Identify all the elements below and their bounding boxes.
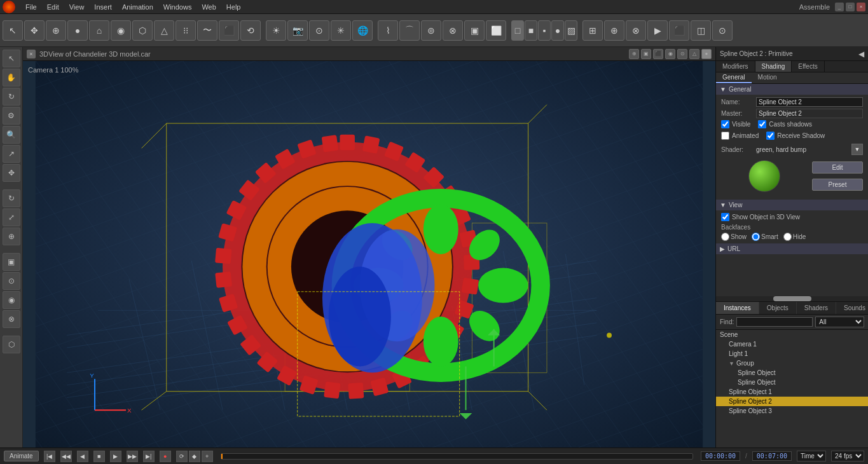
preset-btn[interactable]: Preset: [812, 179, 863, 191]
lt-morph[interactable]: ⬡: [3, 336, 20, 353]
resize-handle[interactable]: [716, 296, 868, 301]
tool-particle[interactable]: ✳: [331, 20, 351, 41]
find-filter[interactable]: All: [815, 317, 864, 327]
transport-prev[interactable]: ◀◀: [60, 451, 72, 462]
lt-rotate-cam[interactable]: ↻: [3, 88, 20, 106]
close-btn[interactable]: ×: [857, 3, 865, 11]
radio-show-input[interactable]: [721, 233, 729, 241]
tool-portal[interactable]: ⬜: [486, 20, 506, 41]
tool-shape[interactable]: ⬡: [132, 20, 153, 41]
visible-checkbox[interactable]: [721, 120, 729, 128]
tree-item[interactable]: Spline Object: [716, 368, 868, 378]
tool-select[interactable]: ↖: [3, 20, 23, 41]
menu-windows[interactable]: Windows: [158, 2, 197, 12]
view-tex[interactable]: ▨: [565, 20, 577, 41]
lt-arrow[interactable]: ↗: [3, 145, 20, 163]
section-view-header[interactable]: ▼ View: [716, 200, 868, 210]
minimize-btn[interactable]: _: [835, 3, 844, 11]
view-shade[interactable]: ▪: [538, 20, 551, 41]
section-url-header[interactable]: ▶ URL: [716, 243, 868, 254]
subtab-general[interactable]: General: [716, 72, 752, 83]
tool-magnet[interactable]: ⊚: [421, 20, 441, 41]
tool-bend[interactable]: ⌒: [399, 20, 420, 41]
lt-move[interactable]: ✥: [3, 164, 20, 182]
keyframe-btn[interactable]: ◆: [189, 451, 200, 462]
tool-path[interactable]: 〜: [197, 20, 217, 41]
lt-group[interactable]: ▣: [3, 253, 20, 271]
lt-transform[interactable]: ⊕: [3, 228, 20, 245]
shader-dropdown[interactable]: ▼: [851, 144, 863, 155]
animated-checkbox[interactable]: [721, 132, 729, 140]
name-input[interactable]: [756, 97, 863, 107]
vp-icon5[interactable]: ⊙: [677, 49, 687, 59]
tool-camera[interactable]: 📷: [287, 20, 308, 41]
lt-hand[interactable]: ✋: [3, 69, 20, 86]
timeline-scrubber[interactable]: [221, 453, 693, 460]
prop-expand-btn[interactable]: ◀: [858, 50, 864, 58]
tab-sounds[interactable]: Sounds: [836, 302, 868, 314]
tab-instances[interactable]: Instances: [716, 302, 759, 314]
env-btn[interactable]: ◫: [691, 20, 711, 41]
tree-item[interactable]: Camera 1: [716, 339, 868, 349]
tool-move[interactable]: ✥: [24, 20, 45, 41]
lt-rotate[interactable]: ↻: [3, 189, 20, 207]
radio-show[interactable]: Show: [721, 233, 747, 241]
tool-deform[interactable]: ⌇: [378, 20, 398, 41]
animate-btn[interactable]: Animate: [4, 451, 39, 461]
menu-animation[interactable]: Animation: [117, 2, 158, 12]
radio-smart-input[interactable]: [752, 233, 760, 241]
view-wire[interactable]: □: [511, 20, 524, 41]
tool-transform[interactable]: ⊕: [46, 20, 66, 41]
vp-icon1[interactable]: ⊕: [629, 49, 639, 59]
tool-globe[interactable]: ◉: [111, 20, 131, 41]
time-mode-select[interactable]: Time: [797, 451, 826, 461]
transport-start[interactable]: |◀: [44, 451, 55, 462]
tool-group[interactable]: ▣: [464, 20, 485, 41]
tool-sphere[interactable]: ●: [67, 20, 88, 41]
tree-item[interactable]: Spline Object 3: [716, 406, 868, 416]
radio-hide-input[interactable]: [783, 233, 792, 241]
axis-tool[interactable]: ⊕: [604, 20, 624, 41]
menu-view[interactable]: View: [64, 2, 90, 12]
tool-dots[interactable]: ⁝⁝: [176, 20, 196, 41]
tree-item[interactable]: Light 1: [716, 349, 868, 358]
menu-help[interactable]: Help: [221, 2, 246, 12]
tool-target[interactable]: ⊙: [309, 20, 329, 41]
lt-settings[interactable]: ⚙: [3, 107, 20, 125]
transport-back[interactable]: ◀: [77, 451, 88, 462]
vp-icon4[interactable]: ◉: [665, 49, 675, 59]
viewport-canvas[interactable]: Camera 1 100%: [23, 61, 715, 447]
tool-env[interactable]: 🌐: [352, 20, 373, 41]
vp-icon3[interactable]: ⬛: [653, 49, 663, 59]
radio-hide[interactable]: Hide: [783, 233, 806, 241]
vp-icon7[interactable]: ●: [701, 49, 712, 59]
tab-shaders[interactable]: Shaders: [797, 302, 836, 314]
tree-item[interactable]: Scene: [716, 330, 868, 339]
tool-bool[interactable]: ⊗: [443, 20, 463, 41]
scene-btn[interactable]: ⬛: [669, 20, 689, 41]
casts-shadows-checkbox[interactable]: [758, 120, 766, 128]
axis2-tool[interactable]: ⊗: [626, 20, 646, 41]
vp-icon6[interactable]: △: [689, 49, 699, 59]
tool-light[interactable]: ☀: [266, 20, 286, 41]
lt-obj1[interactable]: ⊙: [3, 272, 20, 290]
lt-obj2[interactable]: ◉: [3, 291, 20, 309]
transport-record[interactable]: ●: [160, 451, 171, 462]
tab-objects[interactable]: Objects: [759, 302, 797, 314]
loop-btn[interactable]: ⟳: [176, 451, 188, 462]
lt-zoom[interactable]: 🔍: [3, 126, 20, 144]
render-btn[interactable]: ▶: [647, 20, 668, 41]
radio-smart[interactable]: Smart: [752, 233, 778, 241]
tree-item[interactable]: Spline Object 2: [716, 397, 868, 406]
tree-item[interactable]: Spline Object: [716, 378, 868, 387]
addkey-btn[interactable]: +: [202, 451, 213, 462]
menu-file[interactable]: File: [20, 2, 42, 12]
receive-shadow-checkbox[interactable]: [766, 132, 775, 140]
lt-scale[interactable]: ⤢: [3, 208, 20, 226]
view-render[interactable]: ●: [551, 20, 564, 41]
globe-btn[interactable]: ⊙: [712, 20, 733, 41]
menu-web[interactable]: Web: [196, 2, 221, 12]
section-general-header[interactable]: ▼ General: [716, 84, 868, 95]
edit-shader-btn[interactable]: Edit: [812, 161, 863, 174]
tree-item[interactable]: ▼Group: [716, 358, 868, 368]
